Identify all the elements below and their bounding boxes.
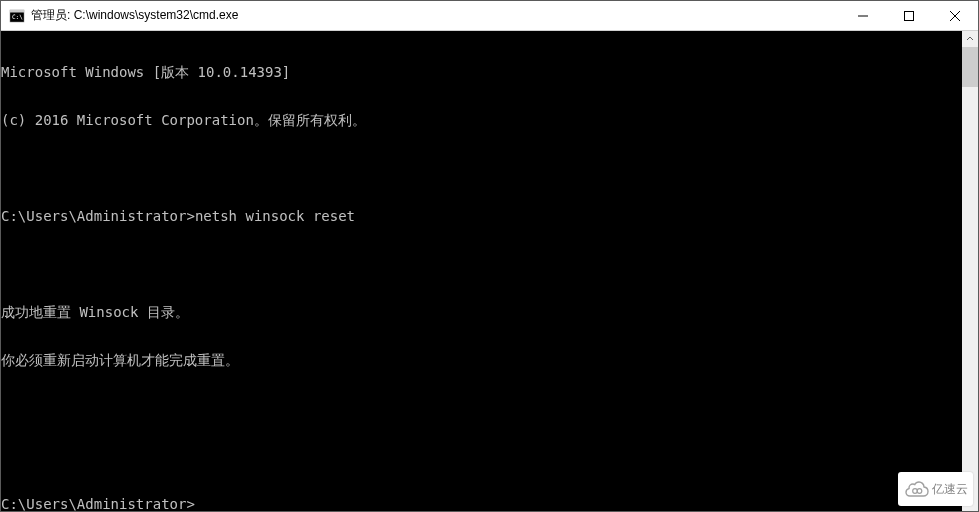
window-title: 管理员: C:\windows\system32\cmd.exe [31,7,840,24]
chevron-up-icon [966,35,974,43]
terminal-output-line: 你必须重新启动计算机才能完成重置。 [1,352,978,368]
typed-command: netsh winsock reset [195,208,355,224]
titlebar[interactable]: C:\ 管理员: C:\windows\system32\cmd.exe [1,1,978,31]
terminal-blank-line [1,256,978,272]
vertical-scrollbar[interactable] [962,31,978,511]
terminal-prompt-line: C:\Users\Administrator>netsh winsock res… [1,208,978,224]
prompt-path: C:\Users\Administrator> [1,208,195,224]
scrollbar-thumb[interactable] [962,47,978,87]
svg-text:C:\: C:\ [12,13,23,20]
maximize-button[interactable] [886,1,932,30]
watermark-badge: 亿速云 [898,472,973,506]
cloud-icon [904,479,930,499]
minimize-icon [858,11,868,21]
scroll-up-button[interactable] [962,31,978,47]
cmd-window: C:\ 管理员: C:\windows\system32\cmd.exe Mic… [0,0,979,512]
terminal-area[interactable]: Microsoft Windows [版本 10.0.14393] (c) 20… [1,31,978,511]
terminal-output-line: Microsoft Windows [版本 10.0.14393] [1,64,978,80]
terminal-blank-line [1,160,978,176]
window-controls [840,1,978,30]
terminal-blank-line [1,448,978,464]
close-icon [950,11,960,21]
maximize-icon [904,11,914,21]
minimize-button[interactable] [840,1,886,30]
terminal-output-line: (c) 2016 Microsoft Corporation。保留所有权利。 [1,112,978,128]
cmd-icon: C:\ [9,8,25,24]
terminal-output-line: 成功地重置 Winsock 目录。 [1,304,978,320]
terminal-blank-line [1,400,978,416]
close-button[interactable] [932,1,978,30]
svg-rect-4 [905,11,914,20]
scrollbar-track[interactable] [962,47,978,495]
ime-status-bar: 中文(简体) - 2345王牌拼音输入法 全 : [1,495,978,511]
watermark-text: 亿速云 [932,481,968,498]
